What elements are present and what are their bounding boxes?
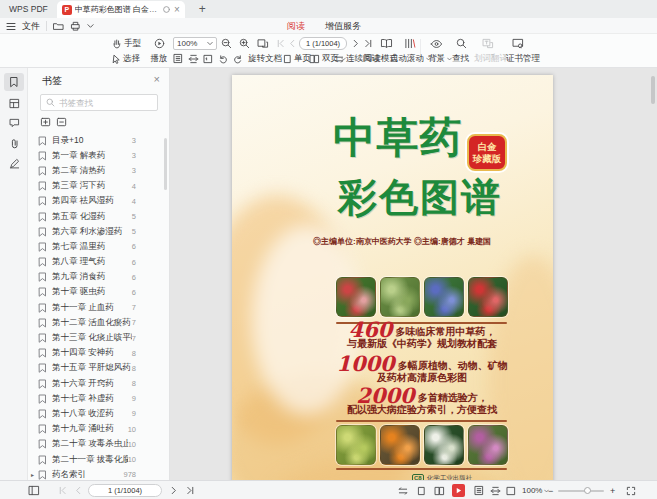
- sidebar-toggle-button[interactable]: [28, 484, 40, 497]
- pdf-page-cover[interactable]: 中草药 彩色图谱 白金 珍藏版 ◎主编单位:南京中医药大学 ◎主编:唐德才 巢建…: [232, 75, 553, 480]
- bookmark-item[interactable]: 第十一章 止血药7: [28, 300, 166, 315]
- bookmark-item[interactable]: 第七章 温里药6: [28, 239, 166, 254]
- signature-panel-button[interactable]: [4, 154, 24, 172]
- zoom-level-select[interactable]: 100%: [522, 484, 549, 497]
- rotate-left-button[interactable]: [218, 52, 228, 65]
- first-page-button[interactable]: [58, 484, 67, 497]
- read-mode-button[interactable]: [380, 37, 393, 50]
- bookmark-search-box[interactable]: [40, 94, 158, 111]
- bookmark-item[interactable]: 第十六章 开窍药8: [28, 376, 166, 391]
- background-button[interactable]: [430, 37, 443, 50]
- snapshot-button[interactable]: [257, 37, 269, 50]
- fit-page-button[interactable]: [173, 52, 183, 65]
- tab-reading[interactable]: 阅读: [286, 18, 306, 35]
- zoom-in-button[interactable]: [239, 37, 250, 50]
- panel-close-icon[interactable]: ×: [154, 73, 160, 85]
- fit-page-icon: [173, 53, 183, 64]
- double-page-view-button[interactable]: [434, 484, 445, 497]
- single-page-view-button[interactable]: [417, 484, 426, 497]
- select-tool-button[interactable]: 选择: [112, 52, 140, 65]
- rotate-document-button[interactable]: 旋转文档: [248, 52, 282, 65]
- last-page-button[interactable]: [186, 484, 195, 497]
- auto-scroll-button[interactable]: [404, 37, 416, 50]
- bookmark-item[interactable]: 第六章 利水渗湿药5: [28, 224, 166, 239]
- find-label-button[interactable]: 查找: [452, 52, 469, 65]
- last-page-button[interactable]: [364, 37, 373, 50]
- find-button[interactable]: [456, 37, 467, 50]
- bookmark-item[interactable]: 第四章 祛风湿药4: [28, 194, 166, 209]
- document-scrollbar[interactable]: [651, 76, 655, 104]
- bookmark-item[interactable]: 第二十章 攻毒杀虫止痒药10: [28, 437, 166, 452]
- bookmark-item[interactable]: 第二十一章 拔毒化腐生肌药10: [28, 452, 166, 467]
- bookmark-item[interactable]: 第十四章 安神药8: [28, 346, 166, 361]
- collapse-all-icon[interactable]: [56, 117, 68, 128]
- auto-scroll-label-button[interactable]: 自动滚动: [390, 52, 431, 65]
- zoom-select[interactable]: 100%: [173, 37, 217, 50]
- fit-page-button[interactable]: [474, 484, 484, 497]
- next-page-button[interactable]: [352, 37, 360, 50]
- zoom-in-button[interactable]: +: [610, 484, 615, 497]
- attachments-panel-button[interactable]: [4, 134, 24, 152]
- bookmark-item[interactable]: 第二章 清热药3: [28, 163, 166, 178]
- prev-page-button[interactable]: [288, 37, 296, 50]
- zoom-slider-thumb[interactable]: [584, 487, 591, 494]
- bookmark-item[interactable]: 第十五章 平肝熄风药8: [28, 361, 166, 376]
- bookmark-item[interactable]: 第十三章 化痰止咳平喘药7: [28, 330, 166, 345]
- bookmarks-panel-button[interactable]: [4, 73, 24, 91]
- page-number-input[interactable]: [88, 484, 162, 497]
- first-page-icon: [276, 39, 285, 48]
- bookmark-item[interactable]: 第十九章 涌吐药10: [28, 422, 166, 437]
- bookmark-item[interactable]: 第一章 解表药3: [28, 148, 166, 163]
- paperclip-icon: [10, 138, 19, 149]
- first-page-button[interactable]: [276, 37, 285, 50]
- certificate-button[interactable]: [512, 37, 524, 50]
- tab-sync-icon[interactable]: [162, 5, 171, 14]
- play-label[interactable]: 播放: [146, 52, 172, 65]
- continuous-read-button[interactable]: [398, 484, 408, 497]
- open-folder-icon[interactable]: [53, 21, 64, 31]
- rotate-right-button[interactable]: [233, 52, 243, 65]
- file-menu[interactable]: 文件: [22, 20, 40, 33]
- next-page-button[interactable]: [170, 484, 178, 497]
- background-label-button[interactable]: 背景: [428, 52, 452, 65]
- page-number-input[interactable]: [299, 37, 347, 50]
- fit-width-button[interactable]: [188, 52, 199, 65]
- bookmark-item[interactable]: 第九章 消食药6: [28, 270, 166, 285]
- thumbnails-panel-button[interactable]: [4, 94, 24, 112]
- bookmark-item[interactable]: 第八章 理气药6: [28, 255, 166, 270]
- translate-button[interactable]: [482, 37, 494, 50]
- fit-width-button[interactable]: [490, 484, 501, 497]
- zoom-out-button[interactable]: −: [548, 484, 553, 497]
- bookmark-expand-arrow[interactable]: ▸: [31, 471, 38, 478]
- document-tab[interactable]: P 中草药彩色图谱 白金珍藏版 ×: [57, 1, 185, 18]
- bookmark-search-input[interactable]: [59, 98, 144, 108]
- bookmark-item[interactable]: 第十章 驱虫药6: [28, 285, 166, 300]
- new-tab-button[interactable]: +: [199, 2, 206, 16]
- chevron-down-icon[interactable]: [87, 23, 94, 29]
- print-icon[interactable]: [70, 21, 81, 31]
- prev-page-button[interactable]: [74, 484, 82, 497]
- fullscreen-button[interactable]: [626, 484, 636, 497]
- certificate-label-button[interactable]: 证书管理: [506, 52, 540, 65]
- bookmark-item[interactable]: 第三章 泻下药4: [28, 179, 166, 194]
- play-slideshow-button[interactable]: [452, 484, 465, 497]
- zoom-slider[interactable]: [558, 490, 604, 492]
- actual-size-button[interactable]: [506, 484, 516, 497]
- comments-panel-button[interactable]: [4, 114, 24, 132]
- document-area[interactable]: 中草药 彩色图谱 白金 珍藏版 ◎主编单位:南京中医药大学 ◎主编:唐德才 巢建…: [170, 68, 657, 480]
- zoom-out-button[interactable]: [221, 37, 232, 50]
- bookmark-item[interactable]: 第十八章 收涩药9: [28, 406, 166, 421]
- play-button[interactable]: [146, 37, 172, 50]
- single-page-button[interactable]: 单页: [283, 52, 311, 65]
- hamburger-menu-icon[interactable]: [6, 22, 16, 31]
- bookmark-item[interactable]: 第五章 化湿药5: [28, 209, 166, 224]
- bookmark-item[interactable]: 第十二章 活血化瘀药7: [28, 315, 166, 330]
- tab-value-added-services[interactable]: 增值服务: [324, 18, 362, 35]
- actual-size-button[interactable]: [203, 52, 213, 65]
- hand-tool-button[interactable]: 手型: [112, 37, 141, 50]
- bookmark-item[interactable]: 第十七章 补虚药9: [28, 391, 166, 406]
- bookmark-item[interactable]: 目录+103: [28, 133, 166, 148]
- expand-all-icon[interactable]: [40, 117, 52, 128]
- tab-close-icon[interactable]: ×: [174, 5, 180, 15]
- panel-scrollbar[interactable]: [164, 138, 167, 190]
